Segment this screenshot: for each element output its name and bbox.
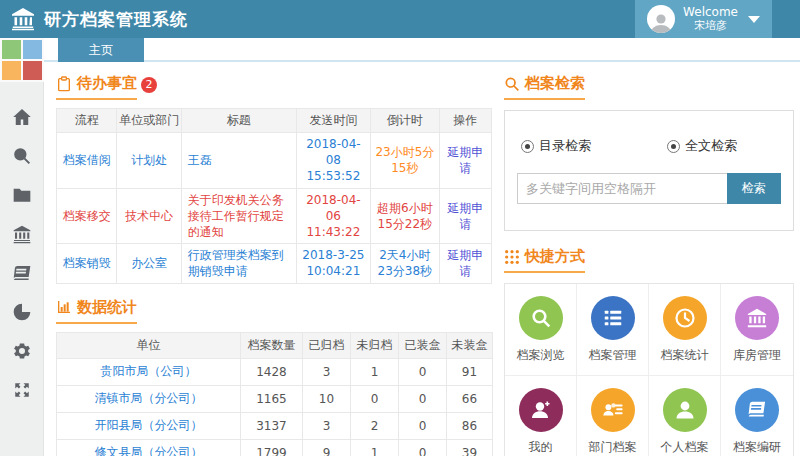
radio-fulltext-search[interactable]: 全文检索 [667,137,737,155]
stat-total: 1165 [241,385,303,412]
todo-subject-link[interactable]: 行政管理类档案到期销毁申请 [181,244,296,283]
todo-row: 档案借阅 计划处 王磊 2018-04-08 15:53:52 23小时5分15… [57,133,492,189]
tab-bar: 主页 [44,38,800,62]
stats-title: 数据统计 [77,298,137,317]
sidebar-item-gear[interactable] [11,340,33,362]
stat-unboxed: 39 [447,439,493,456]
todo-delay-link[interactable]: 延期申请 [439,133,491,189]
todo-countdown: 超期6小时15分22秒 [371,188,439,244]
sidebar-item-home[interactable] [11,106,33,128]
shortcut-archive-browse[interactable]: 档案浏览 [505,284,577,376]
shortcut-archive-manage[interactable]: 档案管理 [577,284,649,376]
shortcuts-title: 快捷方式 [525,247,585,266]
sidebar-item-bank[interactable] [11,223,33,245]
search-button[interactable]: 检索 [727,173,781,204]
shortcut-label: 档案统计 [661,347,709,364]
search-section-header: 档案检索 [504,74,794,100]
sidebar-item-pie-chart[interactable] [11,301,33,323]
shortcut-label: 档案浏览 [517,347,565,364]
app-title: 研方档案管理系统 [44,8,188,31]
col-subject: 标题 [181,109,296,133]
stat-unboxed: 91 [447,358,493,385]
logo-square-green [2,40,21,59]
stat-unarchived: 1 [351,439,399,456]
bar-chart-icon [56,299,72,315]
radio-fulltext-label: 全文检索 [685,137,737,155]
col-boxed: 已装盒 [399,332,447,358]
archive-stats-icon [663,296,707,340]
todo-section-header: 待办事宜 2 [56,74,492,100]
todo-time: 2018-04-08 15:53:52 [296,133,371,189]
personal-archive-icon [663,388,707,432]
user-menu[interactable]: Welcome 宋培彦 [635,0,772,38]
stat-unarchived: 1 [351,358,399,385]
shortcut-personal-archive[interactable]: 个人档案 [649,376,721,456]
shortcut-label: 个人档案 [661,439,709,456]
todo-countdown: 2天4小时23分38秒 [371,244,439,283]
sidebar-menu [11,106,33,401]
shortcut-grid: 档案浏览 档案管理 档案统计 [504,283,794,456]
stat-boxed: 0 [399,439,447,456]
stat-boxed: 0 [399,385,447,412]
stat-total: 3137 [241,412,303,439]
stat-archived: 9 [303,439,351,456]
shortcut-dept-archive[interactable]: 部门档案 [577,376,649,456]
stat-boxed: 0 [399,412,447,439]
shortcut-archive-stats[interactable]: 档案统计 [649,284,721,376]
bank-logo-icon [8,6,38,32]
unit-link[interactable]: 修文县局（分公司） [57,439,241,456]
shortcut-label: 我的 [529,439,553,456]
shortcut-archive-research[interactable]: 档案编研 [721,376,793,456]
archive-manage-icon [591,296,635,340]
radio-catalog-label: 目录检索 [539,137,591,155]
todo-flow: 档案借阅 [57,133,117,189]
clipboard-icon [56,76,72,92]
sidebar-item-folder[interactable] [11,184,33,206]
shortcut-label: 档案管理 [589,347,637,364]
todo-dept: 技术中心 [117,188,181,244]
todo-title: 待办事宜 [77,74,137,93]
todo-dept: 办公室 [117,244,181,283]
todo-time: 2018-3-25 10:04:21 [296,244,371,283]
todo-delay-link[interactable]: 延期申请 [439,244,491,283]
archive-browse-icon [519,296,563,340]
col-archived: 已归档 [303,332,351,358]
shortcut-label: 库房管理 [733,347,781,364]
todo-delay-link[interactable]: 延期申请 [439,188,491,244]
sidebar-item-book[interactable] [11,262,33,284]
brand-logo[interactable] [0,38,44,82]
unit-link[interactable]: 开阳县局（分公司） [57,412,241,439]
sidebar-item-search[interactable] [11,145,33,167]
welcome-text: Welcome [683,6,738,20]
stats-section-header: 数据统计 [56,298,492,324]
col-time: 发送时间 [296,109,371,133]
sidebar-item-expand[interactable] [11,379,33,401]
stat-archived: 10 [303,385,351,412]
todo-subject-link[interactable]: 关于印发机关公务接待工作暂行规定的通知 [181,188,296,244]
chevron-down-icon [748,16,760,23]
search-input[interactable] [517,173,727,204]
col-countdown: 倒计时 [371,109,439,133]
todo-flow: 档案销毁 [57,244,117,283]
main-content: 待办事宜 2 流程 单位或部门 标题 发送时间 倒计时 操作 [44,62,800,456]
unit-link[interactable]: 贵阳市局（公司） [57,358,241,385]
user-text: Welcome 宋培彦 [683,6,738,32]
radio-icon [667,140,680,153]
search-title: 档案检索 [525,74,585,93]
shortcut-my-archive[interactable]: 我的 [505,376,577,456]
stat-unarchived: 2 [351,412,399,439]
col-unit: 单位 [57,332,241,358]
tab-home[interactable]: 主页 [58,38,144,62]
shortcut-storeroom-manage[interactable]: 库房管理 [721,284,793,376]
radio-icon [521,140,534,153]
storeroom-manage-icon [735,296,779,340]
grid-dots-icon [504,249,520,265]
radio-catalog-search[interactable]: 目录检索 [521,137,591,155]
todo-subject-link[interactable]: 王磊 [181,133,296,189]
unit-link[interactable]: 清镇市局（分公司） [57,385,241,412]
my-archive-icon [519,388,563,432]
app-header: 研方档案管理系统 Welcome 宋培彦 [0,0,800,38]
search-icon [504,76,520,92]
stat-unarchived: 0 [351,385,399,412]
stats-row: 清镇市局（分公司） 1165 10 0 0 66 [57,385,493,412]
